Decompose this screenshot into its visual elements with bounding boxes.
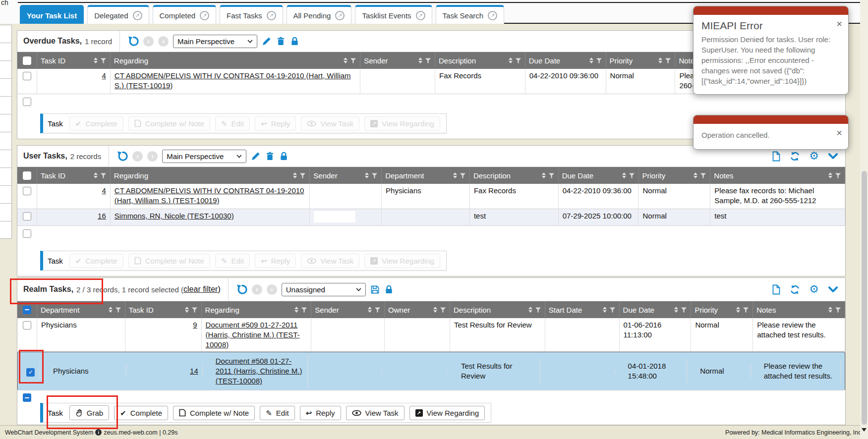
- row-checkbox[interactable]: [23, 229, 31, 238]
- view-task-button[interactable]: View Task: [301, 116, 359, 131]
- filter-icon[interactable]: [191, 307, 198, 313]
- column-header-description[interactable]: Description: [470, 167, 559, 184]
- sort-icon[interactable]: [294, 307, 298, 313]
- column-header-due-date[interactable]: Due Date: [620, 301, 692, 318]
- filter-icon[interactable]: [425, 57, 431, 64]
- complete-w-note-button[interactable]: Complete w/ Note: [128, 116, 210, 131]
- lock-icon[interactable]: [279, 151, 289, 161]
- complete-w-note-button[interactable]: Complete w/ Note: [173, 406, 255, 420]
- clear-filter-link[interactable]: clear filter: [183, 285, 218, 294]
- column-header-task-id[interactable]: Task ID: [125, 301, 202, 318]
- task-link[interactable]: 16: [98, 212, 106, 220]
- checkbox-indeterminate[interactable]: [23, 306, 31, 314]
- undo-icon[interactable]: [236, 284, 247, 295]
- sort-icon[interactable]: [658, 57, 662, 63]
- table-row[interactable]: ✓Physicians14Document #508 01-27-2011 (H…: [17, 352, 845, 390]
- row-checkbox[interactable]: [23, 321, 31, 329]
- cell-link[interactable]: Document #508 01-27-2011 (Harris, Christ…: [216, 357, 302, 385]
- column-header-description[interactable]: Description: [435, 52, 525, 69]
- sort-icon[interactable]: [674, 307, 678, 313]
- next-page-icon[interactable]: ›: [147, 151, 158, 162]
- info-icon[interactable]: i: [95, 429, 102, 436]
- filter-icon[interactable]: [460, 172, 466, 179]
- settings-icon[interactable]: ⚙: [809, 151, 819, 162]
- column-header-sender[interactable]: Sender: [310, 167, 382, 184]
- sort-icon[interactable]: [828, 307, 832, 313]
- edit-perspective-icon[interactable]: [262, 36, 272, 46]
- tab-task-search[interactable]: Task Search↗: [436, 5, 505, 24]
- row-checkbox[interactable]: [23, 98, 31, 106]
- filter-icon[interactable]: [665, 57, 671, 64]
- filter-icon[interactable]: [374, 307, 381, 313]
- delete-icon[interactable]: [265, 151, 275, 161]
- sort-icon[interactable]: [365, 172, 369, 178]
- column-header-regarding[interactable]: Regarding: [111, 167, 310, 184]
- sort-icon[interactable]: [622, 172, 626, 178]
- column-header-sender[interactable]: Sender: [360, 52, 435, 69]
- refresh-icon[interactable]: [790, 284, 800, 295]
- filter-icon[interactable]: [299, 172, 306, 179]
- task-link[interactable]: CT ABDOMEN/PELVIS WITH IV CONTRAST 04-19…: [115, 71, 351, 90]
- prev-page-icon[interactable]: ‹: [143, 36, 154, 47]
- scrollbar-track[interactable]: [860, 0, 868, 439]
- column-header-notes[interactable]: Notes: [753, 301, 845, 318]
- filter-icon[interactable]: [115, 307, 121, 313]
- filter-icon[interactable]: [515, 57, 521, 64]
- sort-icon[interactable]: [293, 172, 297, 178]
- filter-icon[interactable]: [629, 172, 635, 179]
- open-new-icon[interactable]: ↗: [488, 11, 497, 20]
- undo-icon[interactable]: [127, 36, 139, 47]
- edit-button[interactable]: ✎Edit: [215, 116, 250, 131]
- view-regarding-button[interactable]: ↗View Regarding: [364, 116, 440, 131]
- table-row[interactable]: 4CT ABDOMEN/PELVIS WITH IV CONTRAST 04-1…: [17, 184, 845, 209]
- row-checkbox[interactable]: [23, 212, 31, 220]
- sort-icon[interactable]: [509, 57, 513, 63]
- sort-icon[interactable]: [828, 172, 832, 178]
- sort-icon[interactable]: [368, 307, 372, 313]
- checkbox-indeterminate[interactable]: [23, 393, 31, 402]
- open-new-icon[interactable]: ↗: [267, 11, 276, 20]
- task-link[interactable]: CT ABDOMEN/PELVIS WITH IV CONTRAST 04-19…: [115, 186, 304, 205]
- delete-icon[interactable]: [276, 36, 286, 46]
- sort-icon[interactable]: [694, 172, 697, 178]
- reply-button[interactable]: ↩Reply: [255, 116, 296, 131]
- collapse-panel-icon[interactable]: [828, 286, 838, 293]
- tab-all-pending[interactable]: All Pending↗: [287, 5, 352, 24]
- filter-icon[interactable]: [100, 172, 107, 179]
- close-icon[interactable]: ×: [836, 128, 842, 138]
- tab-your-task-list[interactable]: Your Task List: [20, 5, 84, 24]
- table-row[interactable]: Physicians9Document #509 01-27-2011 (Har…: [17, 318, 845, 352]
- edit-perspective-icon[interactable]: [251, 151, 261, 161]
- filter-icon[interactable]: [440, 307, 446, 313]
- sort-icon[interactable]: [94, 172, 98, 178]
- select-all-checkbox[interactable]: [23, 171, 31, 180]
- sort-icon[interactable]: [185, 307, 189, 313]
- column-header-task-id[interactable]: Task ID: [37, 52, 111, 69]
- prev-page-icon[interactable]: ‹: [132, 151, 143, 162]
- column-header-department[interactable]: Department: [382, 167, 470, 184]
- grab-button[interactable]: Grab: [69, 405, 109, 420]
- sort-icon[interactable]: [528, 307, 532, 313]
- complete-button[interactable]: ✔Complete: [114, 406, 168, 420]
- task-link[interactable]: 14: [190, 367, 198, 375]
- view-regarding-button[interactable]: ↗View Regarding: [409, 406, 485, 420]
- filter-icon[interactable]: [596, 57, 602, 64]
- filter-icon[interactable]: [681, 307, 687, 313]
- tab-completed[interactable]: Completed↗: [153, 5, 217, 24]
- lock-icon[interactable]: [384, 284, 394, 294]
- sort-icon[interactable]: [94, 57, 98, 63]
- view-task-button[interactable]: View Task: [301, 254, 359, 268]
- filter-icon[interactable]: [700, 172, 706, 179]
- column-header-start-date[interactable]: Start Date: [545, 301, 620, 318]
- sort-icon[interactable]: [603, 307, 607, 313]
- filter-icon[interactable]: [743, 307, 749, 313]
- filter-icon[interactable]: [100, 57, 107, 64]
- column-header-task-id[interactable]: Task ID: [37, 167, 111, 184]
- filter-icon[interactable]: [301, 307, 307, 313]
- column-header-priority[interactable]: Priority: [691, 301, 753, 318]
- lock-icon[interactable]: [290, 36, 299, 46]
- tab-delegated[interactable]: Delegated↗: [87, 5, 149, 24]
- close-icon[interactable]: ×: [836, 19, 842, 29]
- undo-icon[interactable]: [116, 151, 128, 162]
- row-checkbox[interactable]: [23, 187, 31, 195]
